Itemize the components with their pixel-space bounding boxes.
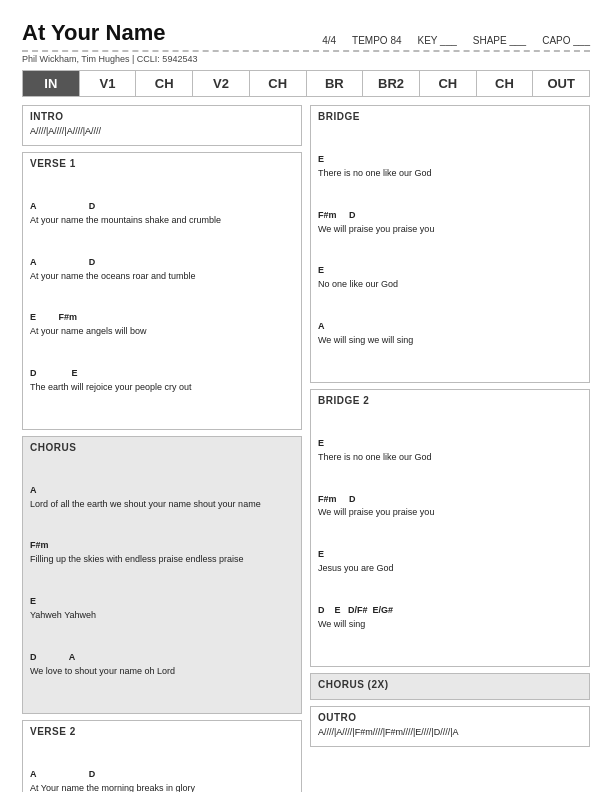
nav-item-ch1[interactable]: CH [136,71,193,96]
verse2-line1: A DAt Your name the morning breaks in gl… [30,768,294,792]
nav-item-v2[interactable]: V2 [193,71,250,96]
nav-item-br2[interactable]: BR2 [363,71,420,96]
bridge-section: BRIDGE EThere is no one like our God F#m… [310,105,590,383]
divider [22,50,590,52]
bridge2-line4: D E D/F# E/G#We will sing [318,604,582,632]
left-column: INTRO A////|A////|A////|A//// VERSE 1 A … [22,105,302,792]
chorus-line1: ALord of all the earth we shout your nam… [30,484,294,512]
bridge2-line3: EJesus you are God [318,548,582,576]
verse1-line2: A DAt your name the oceans roar and tumb… [30,256,294,284]
intro-section: INTRO A////|A////|A////|A//// [22,105,302,146]
chorus-content: ALord of all the earth we shout your nam… [30,456,294,707]
bridge2-section: BRIDGE 2 EThere is no one like our God F… [310,389,590,667]
right-column: BRIDGE EThere is no one like our God F#m… [310,105,590,792]
bridge2-line2: F#m DWe will praise you praise you [318,493,582,521]
shape: SHAPE ___ [473,35,526,46]
outro-content: A////|A////|F#m////|F#m////|E////|D////|… [318,726,582,740]
verse2-content: A DAt Your name the morning breaks in gl… [30,740,294,792]
chorus-line4: D AWe love to shout your name oh Lord [30,651,294,679]
nav-item-br[interactable]: BR [307,71,364,96]
outro-section: OUTRO A////|A////|F#m////|F#m////|E////|… [310,706,590,747]
nav-item-out[interactable]: OUT [533,71,589,96]
nav-item-in[interactable]: IN [23,71,80,96]
nav-bar: IN V1 CH V2 CH BR BR2 CH CH OUT [22,70,590,97]
verse1-label: VERSE 1 [30,158,294,169]
chorus-2x-label: CHORUS (2X) [318,679,582,690]
bridge-line4: AWe will sing we will sing [318,320,582,348]
nav-item-ch3[interactable]: CH [420,71,477,96]
song-title: At Your Name [22,20,165,46]
verse2-section: VERSE 2 A DAt Your name the morning brea… [22,720,302,792]
chorus-label: CHORUS [30,442,294,453]
time-sig: 4/4 [322,35,336,46]
verse1-line4: D EThe earth will rejoice your people cr… [30,367,294,395]
bridge-label: BRIDGE [318,111,582,122]
content-area: INTRO A////|A////|A////|A//// VERSE 1 A … [22,105,590,792]
authors: Phil Wickham, Tim Hughes | CCLI: 5942543 [22,54,590,64]
header: At Your Name 4/4 TEMPO 84 KEY ___ SHAPE … [22,20,590,46]
bridge-line3: ENo one like our God [318,264,582,292]
chorus-line2: F#mFilling up the skies with endless pra… [30,539,294,567]
capo: CAPO ___ [542,35,590,46]
chorus-line3: EYahweh Yahweh [30,595,294,623]
verse1-content: A DAt your name the mountains shake and … [30,172,294,423]
nav-item-ch2[interactable]: CH [250,71,307,96]
outro-label: OUTRO [318,712,582,723]
tempo: TEMPO 84 [352,35,401,46]
intro-content: A////|A////|A////|A//// [30,125,294,139]
chorus-section: CHORUS ALord of all the earth we shout y… [22,436,302,714]
bridge2-label: BRIDGE 2 [318,395,582,406]
page: At Your Name 4/4 TEMPO 84 KEY ___ SHAPE … [0,0,612,792]
bridge2-line1: EThere is no one like our God [318,437,582,465]
bridge-line1: EThere is no one like our God [318,153,582,181]
verse1-line1: A DAt your name the mountains shake and … [30,200,294,228]
nav-item-ch4[interactable]: CH [477,71,534,96]
bridge-content: EThere is no one like our God F#m DWe wi… [318,125,582,376]
bridge-line2: F#m DWe will praise you praise you [318,209,582,237]
chorus-2x-section: CHORUS (2X) [310,673,590,700]
intro-label: INTRO [30,111,294,122]
nav-item-v1[interactable]: V1 [80,71,137,96]
verse1-line3: E F#mAt your name angels will bow [30,311,294,339]
header-meta: 4/4 TEMPO 84 KEY ___ SHAPE ___ CAPO ___ [322,35,590,46]
bridge2-content: EThere is no one like our God F#m DWe wi… [318,409,582,660]
key: KEY ___ [418,35,457,46]
verse2-label: VERSE 2 [30,726,294,737]
verse1-section: VERSE 1 A DAt your name the mountains sh… [22,152,302,430]
